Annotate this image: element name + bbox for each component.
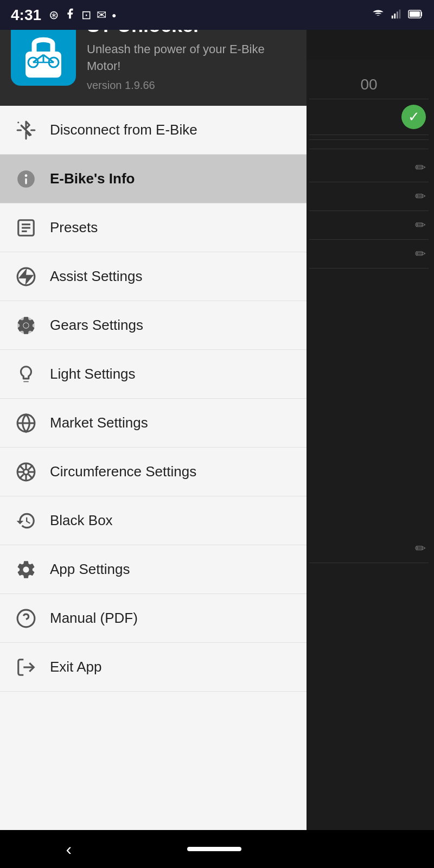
pencil-icon-2: ✏ [415, 189, 426, 204]
mail-icon: ✉ [97, 8, 106, 22]
menu-item-disconnect[interactable]: Disconnect from E-Bike [0, 106, 307, 155]
menu-label-market-settings: Market Settings [50, 414, 148, 431]
messenger-icon: ⊛ [49, 8, 59, 22]
help-icon [14, 606, 38, 630]
status-bar: 4:31 ⊛ ⊡ ✉ ● [0, 0, 434, 30]
right-panel: 00 ✓ ✏ ✏ ✏ ✏ ✏ ✏ [304, 60, 434, 868]
wifi-icon [371, 8, 385, 23]
menu-item-ebike-info[interactable]: E-Bike's Info [0, 155, 307, 203]
svg-rect-19 [25, 178, 27, 184]
svg-line-35 [28, 474, 33, 478]
app-version: version 1.9.66 [87, 79, 296, 92]
svg-line-36 [28, 465, 33, 469]
pencil-icon-1: ✏ [415, 160, 426, 175]
pencil-row-4: ✏ [309, 240, 429, 269]
svg-line-34 [19, 465, 23, 469]
right-panel-check-row: ✓ [309, 99, 429, 135]
menu-label-assist-settings: Assist Settings [50, 268, 143, 285]
menu-label-black-box: Black Box [50, 512, 113, 529]
pencil-icon-3: ✏ [415, 218, 426, 233]
history-icon [14, 508, 38, 533]
status-time: 4:31 [11, 7, 41, 24]
menu-label-ebike-info: E-Bike's Info [50, 170, 135, 187]
menu-item-light-settings[interactable]: Light Settings [0, 350, 307, 399]
menu-label-app-settings: App Settings [50, 561, 130, 578]
menu-item-gears-settings[interactable]: Gears Settings [0, 301, 307, 350]
check-icon: ✓ [401, 105, 426, 129]
menu-list: Disconnect from E-Bike E-Bike's Info [0, 106, 307, 868]
right-panel-value: 00 [309, 71, 429, 99]
svg-point-25 [23, 323, 29, 328]
gears-icon [14, 313, 38, 337]
pencil-icon-5: ✏ [415, 541, 426, 556]
svg-line-37 [19, 474, 23, 478]
scan-icon: ⊡ [81, 8, 91, 22]
bottom-nav: ‹ [0, 830, 434, 868]
lightning-icon [14, 264, 38, 289]
menu-item-presets[interactable]: Presets [0, 203, 307, 252]
notification-dot: ● [112, 11, 116, 20]
globe-icon [14, 411, 38, 435]
svg-point-29 [23, 469, 29, 475]
back-button[interactable]: ‹ [50, 834, 88, 865]
facebook-icon [64, 8, 76, 23]
info-icon [14, 167, 38, 191]
menu-item-exit[interactable]: Exit App [0, 643, 307, 692]
signal-icon [391, 8, 403, 23]
wheel-icon [14, 459, 38, 484]
navigation-drawer: ST Unlocker Unleash the power of your E-… [0, 0, 307, 868]
divider2 [309, 149, 429, 149]
menu-label-exit: Exit App [50, 659, 101, 675]
svg-rect-2 [397, 11, 398, 18]
pencil-row-3: ✏ [309, 211, 429, 240]
status-bar-left: 4:31 ⊛ ⊡ ✉ ● [11, 7, 117, 24]
light-icon [14, 362, 38, 386]
menu-item-app-settings[interactable]: App Settings [0, 545, 307, 594]
battery-icon [408, 8, 423, 22]
menu-label-presets: Presets [50, 219, 98, 236]
menu-label-manual: Manual (PDF) [50, 610, 138, 627]
menu-item-black-box[interactable]: Black Box [0, 496, 307, 545]
menu-item-manual[interactable]: Manual (PDF) [0, 594, 307, 643]
menu-label-gears-settings: Gears Settings [50, 317, 143, 334]
menu-label-light-settings: Light Settings [50, 366, 136, 382]
svg-rect-5 [410, 11, 420, 17]
home-indicator[interactable] [187, 847, 241, 851]
settings-icon [14, 557, 38, 582]
svg-rect-0 [392, 15, 393, 18]
divider1 [309, 139, 429, 140]
exit-icon [14, 655, 38, 679]
bluetooth-off-icon [14, 118, 38, 142]
svg-rect-1 [394, 14, 395, 18]
status-bar-right [371, 8, 423, 23]
presets-icon [14, 215, 38, 240]
pencil-row-5: ✏ [309, 534, 429, 563]
menu-item-assist-settings[interactable]: Assist Settings [0, 252, 307, 301]
svg-point-18 [24, 174, 27, 177]
pencil-row-1: ✏ [309, 154, 429, 182]
menu-label-circumference-settings: Circumference Settings [50, 463, 196, 480]
menu-item-circumference-settings[interactable]: Circumference Settings [0, 448, 307, 496]
pencil-row-2: ✏ [309, 182, 429, 211]
svg-rect-3 [399, 9, 401, 18]
menu-label-disconnect: Disconnect from E-Bike [50, 122, 197, 138]
app-logo [11, 21, 76, 86]
status-icons: ⊛ ⊡ ✉ ● [49, 8, 116, 23]
pencil-icon-4: ✏ [415, 246, 426, 261]
menu-item-market-settings[interactable]: Market Settings [0, 399, 307, 448]
app-subtitle: Unleash the power of your E-Bike Motor! [87, 41, 296, 75]
